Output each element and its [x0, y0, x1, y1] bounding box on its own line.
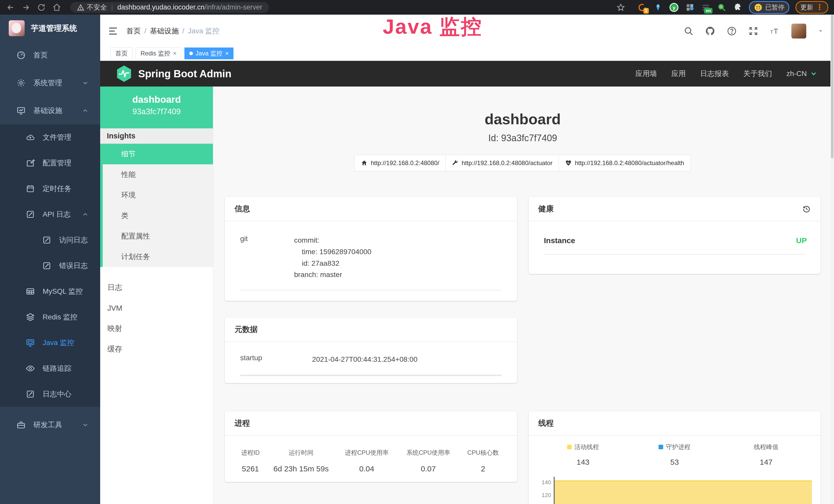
sidebar-item-file-management[interactable]: 文件管理	[0, 124, 100, 150]
update-browser-button[interactable]: 更新 ⋮	[795, 1, 828, 14]
sidebar-item-infrastructure[interactable]: 基础设施	[0, 97, 100, 124]
svg-text:y: y	[673, 5, 676, 10]
sba-item-metrics[interactable]: 性能	[103, 164, 213, 185]
sba-app-header[interactable]: dashboard 93a3fc7f7409	[100, 87, 213, 129]
font-size-icon[interactable]: TT	[770, 26, 780, 36]
tab-home[interactable]: 首页	[110, 47, 133, 59]
sba-item-scheduled-tasks[interactable]: 计划任务	[103, 247, 213, 267]
sidebar-item-error-logs[interactable]: 错误日志	[0, 253, 100, 279]
sba-item-jvm[interactable]: JVM	[100, 298, 213, 318]
info-card-title: 信息	[225, 197, 517, 221]
active-dot	[189, 52, 193, 55]
browser-home-icon[interactable]	[52, 3, 62, 12]
sidebar-item-scheduled-jobs[interactable]: 定时任务	[0, 176, 100, 202]
instance-actuator-link[interactable]: http://192.168.0.2:48080/actuator	[445, 155, 559, 171]
instance-health-link[interactable]: http://192.168.0.2:48080/actuator/health	[559, 155, 691, 171]
sba-app-id: 93a3fc7f7409	[100, 107, 213, 116]
window-scrollbar[interactable]	[830, 15, 834, 504]
sidebar-item-java-monitor[interactable]: Java 监控	[0, 330, 100, 356]
sidebar-item-system[interactable]: 系统管理	[0, 69, 100, 97]
tab-java-monitor[interactable]: Java 监控 ×	[184, 47, 234, 59]
avatar[interactable]	[791, 24, 806, 39]
browser-forward-icon[interactable]	[21, 3, 31, 12]
sba-nav-wall[interactable]: 应用墙	[635, 69, 657, 78]
threads-card: 线程 活动线程 143 守护进程 53	[529, 411, 821, 504]
sba-locale-select[interactable]: zh-CN	[787, 70, 817, 78]
url-text[interactable]: dashboard.yudao.iocoder.cn/infra/admin-s…	[117, 3, 262, 11]
process-table: 进程ID 运行时间 进程CPU使用率 系统CPU使用率 CPU核心数	[234, 445, 508, 477]
user-caret-icon[interactable]	[817, 28, 824, 34]
instance-home-link[interactable]: http://192.168.0.2:48080/	[354, 155, 446, 171]
breadcrumb-current: Java 监控	[188, 26, 220, 36]
security-warning-icon[interactable]: 不安全	[77, 3, 107, 12]
metadata-startup-label: startup	[235, 354, 312, 365]
edit-square-icon	[26, 158, 35, 168]
process-pid: 5261	[234, 460, 267, 477]
close-icon[interactable]: ×	[173, 50, 176, 57]
chevron-down-icon	[82, 79, 89, 87]
breadcrumb-section[interactable]: 基础设施	[150, 26, 179, 36]
browser-menu-icon[interactable]: ⋮	[816, 5, 824, 9]
sidebar-item-redis-monitor[interactable]: Redis 监控	[0, 304, 100, 330]
sidebar-item-config-management[interactable]: 配置管理	[0, 150, 100, 176]
process-cpu: 0.04	[335, 460, 398, 477]
extension-on-badge: on	[704, 8, 712, 14]
github-icon[interactable]	[705, 26, 715, 36]
extension-grid-icon[interactable]	[685, 2, 695, 13]
search-icon[interactable]	[683, 26, 694, 36]
sba-content: dashboard Id: 93a3fc7f7409 http://192.16…	[213, 87, 834, 504]
sba-item-environment[interactable]: 环境	[103, 185, 213, 205]
sidebar-item-mysql-monitor[interactable]: MySQL 监控	[0, 279, 100, 304]
sba-nav-about[interactable]: 关于我们	[743, 69, 772, 78]
history-icon[interactable]	[802, 205, 811, 213]
log-edit-icon	[42, 235, 51, 245]
sidebar-item-home[interactable]: 首页	[0, 41, 100, 69]
fullscreen-icon[interactable]	[748, 26, 759, 36]
sba-item-config-props[interactable]: 配置属性	[103, 226, 213, 247]
sba-item-mappings[interactable]: 映射	[100, 318, 213, 339]
sba-sidebar: dashboard 93a3fc7f7409 Insights 细节 性能 环境…	[100, 87, 213, 504]
sba-item-details[interactable]: 细节	[103, 144, 213, 164]
sba-item-logs[interactable]: 日志	[100, 277, 213, 298]
hamburger-icon[interactable]	[108, 26, 118, 36]
extension-orange-icon[interactable]: 1	[637, 2, 647, 13]
address-bar[interactable]: 不安全 | dashboard.yudao.iocoder.cn/infra/a…	[70, 2, 269, 13]
breadcrumb-home[interactable]: 首页	[126, 26, 141, 36]
extension-green-y-icon[interactable]: y	[669, 2, 679, 13]
browser-reload-icon[interactable]	[37, 3, 46, 12]
sidebar-item-log-center[interactable]: 日志中心	[0, 381, 100, 407]
extensions-puzzle-icon[interactable]	[732, 2, 743, 13]
help-icon[interactable]	[727, 26, 737, 36]
close-icon[interactable]: ×	[225, 50, 228, 57]
sba-brand-title[interactable]: Spring Boot Admin	[138, 68, 232, 79]
process-table-row: 5261 6d 23h 15m 59s 0.04 0.07 2	[234, 460, 508, 477]
sba-navbar: Spring Boot Admin 应用墙 应用 日志报表 关于我们 zh-CN	[100, 61, 834, 87]
divider	[240, 374, 502, 376]
security-label: 不安全	[87, 3, 107, 12]
legend-daemon-label: 守护进程	[666, 443, 690, 451]
extension-pin-icon[interactable]	[653, 2, 663, 13]
sba-nav-journal[interactable]: 日志报表	[700, 69, 729, 78]
spring-boot-admin-logo[interactable]	[117, 66, 132, 82]
sba-item-classes[interactable]: 类	[103, 205, 213, 226]
sidebar-item-api-logs[interactable]: API 日志	[0, 202, 100, 227]
sba-nav-applications[interactable]: 应用	[672, 69, 686, 78]
app-logo-row[interactable]: 芋道管理系统	[0, 15, 100, 41]
sidebar-item-access-logs[interactable]: 访问日志	[0, 227, 100, 253]
legend-peak-value: 147	[721, 458, 812, 466]
extension-lines-on-icon[interactable]: on	[701, 2, 711, 13]
tab-redis-monitor[interactable]: Redis 监控 ×	[136, 47, 181, 59]
profile-paused-pill[interactable]: 已暂停	[749, 1, 789, 14]
sba-item-caches[interactable]: 缓存	[100, 339, 213, 360]
sidebar-item-dev-tools[interactable]: 研发工具	[0, 411, 100, 439]
bookmark-star-icon[interactable]	[616, 3, 626, 12]
browser-back-icon[interactable]	[6, 3, 16, 12]
extension-magnifier-icon[interactable]	[717, 2, 727, 13]
legend-daemon-value: 53	[629, 458, 721, 466]
cpu-cores: 2	[459, 460, 508, 477]
scrollbar-thumb[interactable]	[831, 15, 833, 158]
table-grid-icon	[26, 287, 35, 296]
sidebar-item-tracing[interactable]: 链路追踪	[0, 356, 100, 381]
breadcrumb: 首页 / 基础设施 / Java 监控	[126, 26, 220, 36]
sba-root-menu: 日志 JVM 映射 缓存	[100, 267, 213, 360]
